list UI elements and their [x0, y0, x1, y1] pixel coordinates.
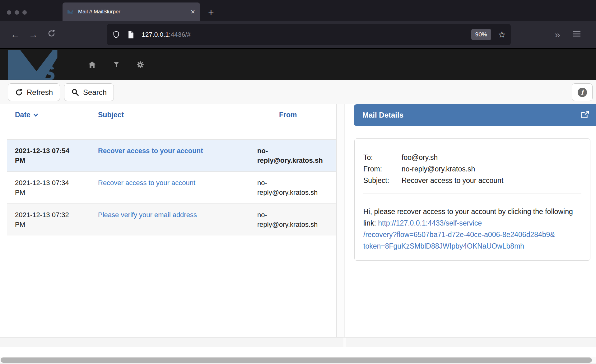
window-control-dot[interactable] — [22, 10, 27, 15]
tab-title: Mail // MailSlurper — [78, 9, 120, 15]
mail-row[interactable]: 2021-12-13 07:32 PM Please verify your e… — [7, 203, 336, 236]
back-icon[interactable]: ← — [6, 29, 24, 40]
url-bar[interactable]: 127.0.0.1:4436/# 90% ☆ — [107, 24, 511, 45]
zoom-level-badge[interactable]: 90% — [471, 29, 491, 40]
mail-list-panel: Date Subject From 2021-12-13 07:54 PM Re… — [0, 104, 337, 337]
column-header-date[interactable]: Date — [15, 111, 98, 119]
to-value: foo@ory.sh — [402, 152, 438, 163]
recovery-link-part: token=8FguKzSMblD88JWIpby4OKNaUOwLb8mh — [363, 240, 578, 252]
column-header-from[interactable]: From — [257, 111, 336, 119]
from-value: no-reply@ory.kratos.sh — [402, 163, 475, 175]
refresh-icon — [15, 88, 23, 96]
browser-nav-toolbar: ← → 127.0.0.1:4436/# 90% ☆ » — [0, 21, 596, 48]
search-label: Search — [83, 88, 107, 97]
horizontal-scrollbar[interactable] — [0, 357, 596, 363]
mail-date: 2021-12-13 07:54 PM — [15, 146, 81, 165]
mail-from: no-reply@ory.kratos.sh — [257, 146, 325, 165]
menu-icon[interactable] — [572, 30, 581, 39]
overflow-chevron-icon[interactable]: » — [555, 29, 560, 40]
main-content: Date Subject From 2021-12-13 07:54 PM Re… — [0, 104, 596, 338]
mail-from: no-reply@ory.kratos.sh — [257, 178, 325, 197]
mailslurper-logo: s — [7, 50, 68, 80]
url-port-path: :4436/# — [169, 31, 191, 38]
panel-divider — [337, 104, 345, 337]
mail-list-header: Date Subject From — [0, 104, 336, 126]
sort-desc-icon — [34, 114, 38, 117]
recovery-link-part: /recovery?flow=6507ba71-d72e-40ce-a006-8… — [363, 229, 578, 240]
meta-subject-row: Subject: Recover access to your account — [363, 175, 581, 186]
mail-row[interactable]: 2021-12-13 07:34 PM Recover access to yo… — [7, 171, 336, 203]
close-icon[interactable]: × — [191, 8, 195, 16]
mail-details-header: Mail Details — [354, 104, 596, 126]
svg-text:s: s — [71, 11, 73, 14]
app-header: s — [0, 48, 596, 80]
mail-subject-link[interactable]: Recover access to your account — [98, 178, 257, 197]
shield-icon[interactable] — [112, 30, 120, 39]
forward-icon[interactable]: → — [24, 29, 42, 40]
footer-white-band — [0, 347, 596, 357]
app-nav-icons — [88, 60, 144, 69]
action-bar: Refresh Search i — [0, 80, 596, 104]
to-label: To: — [363, 152, 402, 163]
refresh-button[interactable]: Refresh — [8, 83, 60, 101]
mail-details-title: Mail Details — [362, 111, 403, 119]
subject-value: Recover access to your account — [402, 175, 503, 186]
date-header-label: Date — [15, 111, 30, 119]
info-button[interactable]: i — [572, 83, 593, 101]
mail-row[interactable]: 2021-12-13 07:54 PM Recover access to yo… — [7, 139, 336, 171]
browser-tab-strip: s Mail // MailSlurper × + — [0, 0, 596, 21]
mail-body: Hi, please recover access to your accoun… — [363, 206, 578, 252]
window-controls[interactable] — [7, 10, 27, 15]
meta-to-row: To: foo@ory.sh — [363, 152, 581, 163]
mail-date: 2021-12-13 07:34 PM — [15, 178, 81, 197]
meta-from-row: From: no-reply@ory.kratos.sh — [363, 163, 581, 175]
from-label: From: — [363, 163, 402, 175]
info-icon: i — [578, 88, 587, 97]
mailslurper-favicon: s — [68, 8, 74, 15]
horizontal-scrollbar-thumb[interactable] — [1, 357, 592, 363]
mail-subject-link[interactable]: Recover access to your account — [98, 146, 257, 165]
mail-from: no-reply@ory.kratos.sh — [257, 210, 325, 229]
home-icon[interactable] — [88, 60, 96, 69]
meta-divider — [363, 193, 581, 194]
footer-gray-band — [0, 338, 596, 347]
mail-details-panel: Mail Details To: foo@ory.sh From: no-rep… — [345, 104, 596, 337]
mail-date: 2021-12-13 07:32 PM — [15, 210, 81, 229]
url-text[interactable]: 127.0.0.1:4436/# — [142, 31, 191, 38]
window-control-dot[interactable] — [15, 10, 19, 15]
mail-details-card: To: foo@ory.sh From: no-reply@ory.kratos… — [354, 138, 590, 261]
bookmark-star-icon[interactable]: ☆ — [498, 30, 506, 40]
filter-icon[interactable] — [113, 61, 119, 69]
column-header-subject[interactable]: Subject — [98, 111, 257, 119]
logo-s-text: s — [40, 55, 56, 79]
search-icon — [71, 88, 79, 96]
settings-icon[interactable] — [136, 61, 144, 69]
footer-divider-slit — [343, 338, 346, 347]
external-link-icon[interactable] — [580, 110, 590, 120]
page-icon[interactable] — [127, 30, 135, 39]
refresh-label: Refresh — [27, 88, 53, 97]
search-button[interactable]: Search — [64, 83, 114, 101]
mail-rows: 2021-12-13 07:54 PM Recover access to yo… — [7, 139, 336, 236]
url-host: 127.0.0.1 — [142, 31, 169, 38]
new-tab-icon[interactable]: + — [208, 7, 214, 17]
mail-subject-link[interactable]: Please verify your email address — [98, 210, 257, 229]
recovery-link[interactable]: http://127.0.0.1:4433/self-service/recov… — [363, 219, 578, 252]
browser-tab[interactable]: s Mail // MailSlurper × — [63, 2, 200, 21]
from-header-label: From — [279, 111, 297, 119]
window-control-dot[interactable] — [7, 10, 11, 15]
subject-label: Subject: — [363, 175, 402, 186]
reload-icon[interactable] — [42, 29, 60, 40]
recovery-link-part: http://127.0.0.1:4433/self-service — [378, 219, 482, 227]
